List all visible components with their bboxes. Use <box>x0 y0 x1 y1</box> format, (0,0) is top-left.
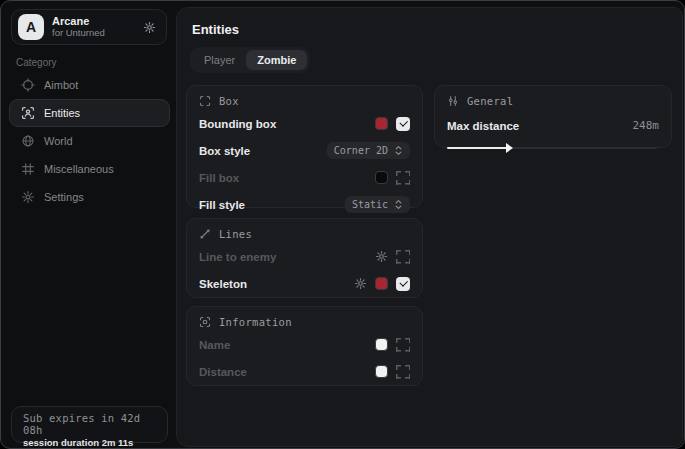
card-title: Lines <box>219 228 252 240</box>
sidebar-item-label: Entities <box>44 107 80 119</box>
setting-row-name: Name <box>199 334 410 355</box>
sidebar-nav: Aimbot Entities World Miscellaneous Sett… <box>9 71 170 211</box>
sidebar-item-aimbot[interactable]: Aimbot <box>9 71 170 99</box>
dropdown-value: Static <box>352 199 388 210</box>
sidebar: A Arcane for Unturned Category Aimbot En… <box>1 1 176 448</box>
slider-thumb[interactable] <box>506 143 513 153</box>
chevron-up-down-icon <box>394 145 403 156</box>
screen: A Arcane for Unturned Category Aimbot En… <box>0 0 685 449</box>
sidebar-item-label: World <box>44 135 73 147</box>
chevron-up-down-icon <box>394 199 403 210</box>
line-icon <box>199 228 211 240</box>
tab-player[interactable]: Player <box>193 50 246 70</box>
checkbox-checked[interactable] <box>396 117 410 131</box>
crosshair-icon <box>21 78 35 92</box>
session-duration-text: session duration 2m 11s <box>23 437 156 448</box>
app-logo: A <box>18 14 44 40</box>
setting-label: Max distance <box>447 120 519 132</box>
sliders-icon <box>447 95 459 107</box>
card-title: General <box>467 95 513 107</box>
box-select-icon <box>199 95 211 107</box>
row-settings-gear-icon[interactable] <box>375 250 388 263</box>
general-card: General Max distance 248m <box>434 85 672 148</box>
color-swatch[interactable] <box>375 117 388 130</box>
checkbox-unchecked[interactable] <box>396 171 410 185</box>
color-swatch[interactable] <box>375 171 388 184</box>
sidebar-item-entities[interactable]: Entities <box>9 99 170 127</box>
setting-label: Name <box>199 339 230 351</box>
max-distance-value: 248m <box>633 119 660 132</box>
globe-icon <box>21 134 35 148</box>
sub-expires-text: Sub expires in 42d 08h <box>23 412 156 436</box>
subscription-info: Sub expires in 42d 08h session duration … <box>11 406 168 443</box>
entity-tabbar: Player Zombie <box>190 47 310 73</box>
setting-row-box-style: Box style Corner 2D <box>199 140 410 161</box>
setting-label: Box style <box>199 145 250 157</box>
checkbox-unchecked[interactable] <box>396 250 410 264</box>
sidebar-item-label: Miscellaneous <box>44 163 114 175</box>
setting-row-max-distance: Max distance 248m <box>447 115 659 136</box>
color-swatch[interactable] <box>375 277 388 290</box>
checkbox-checked[interactable] <box>396 277 410 291</box>
color-swatch[interactable] <box>375 338 388 351</box>
slider-fill <box>447 147 508 149</box>
lines-card: Lines Line to enemy Skeleton <box>186 218 423 298</box>
setting-row-fill-box: Fill box <box>199 167 410 188</box>
sidebar-gear-icon[interactable] <box>143 21 156 34</box>
main-panel: Entities Player Zombie Box Bounding box … <box>176 7 683 447</box>
checkbox-unchecked[interactable] <box>396 338 410 352</box>
setting-row-skeleton: Skeleton <box>199 273 410 294</box>
information-card: Information Name Distance <box>186 306 423 386</box>
setting-row-fill-style: Fill style Static <box>199 194 410 215</box>
setting-label: Fill style <box>199 199 245 211</box>
max-distance-slider[interactable] <box>447 144 659 152</box>
app-name: Arcane <box>52 15 143 28</box>
setting-label: Line to enemy <box>199 251 276 263</box>
page-title: Entities <box>192 22 239 37</box>
checkbox-unchecked[interactable] <box>396 365 410 379</box>
dropdown-value: Corner 2D <box>334 145 388 156</box>
app-subtitle: for Unturned <box>52 28 143 39</box>
setting-label: Bounding box <box>199 118 276 130</box>
scan-person-icon <box>21 106 35 120</box>
app-window: A Arcane for Unturned Category Aimbot En… <box>0 0 685 449</box>
setting-row-distance: Distance <box>199 361 410 382</box>
setting-row-bounding-box: Bounding box <box>199 113 410 134</box>
gear-icon <box>21 190 35 204</box>
sidebar-item-miscellaneous[interactable]: Miscellaneous <box>9 155 170 183</box>
grid-icon <box>21 162 35 176</box>
box-style-dropdown[interactable]: Corner 2D <box>327 142 410 159</box>
setting-label: Skeleton <box>199 278 247 290</box>
card-title: Information <box>219 316 292 328</box>
setting-label: Fill box <box>199 172 239 184</box>
sidebar-item-settings[interactable]: Settings <box>9 183 170 211</box>
setting-row-line-to-enemy: Line to enemy <box>199 246 410 267</box>
tab-zombie[interactable]: Zombie <box>246 50 307 70</box>
sidebar-item-label: Aimbot <box>44 79 78 91</box>
card-title: Box <box>219 95 239 107</box>
row-settings-gear-icon[interactable] <box>354 277 367 290</box>
scan-circle-icon <box>199 316 211 328</box>
app-header: A Arcane for Unturned <box>11 9 167 45</box>
sidebar-item-label: Settings <box>44 191 84 203</box>
setting-label: Distance <box>199 366 247 378</box>
fill-style-dropdown[interactable]: Static <box>345 196 410 213</box>
color-swatch[interactable] <box>375 365 388 378</box>
box-card: Box Bounding box Box style Corner 2D <box>186 85 423 208</box>
category-label: Category <box>16 57 57 68</box>
sidebar-item-world[interactable]: World <box>9 127 170 155</box>
